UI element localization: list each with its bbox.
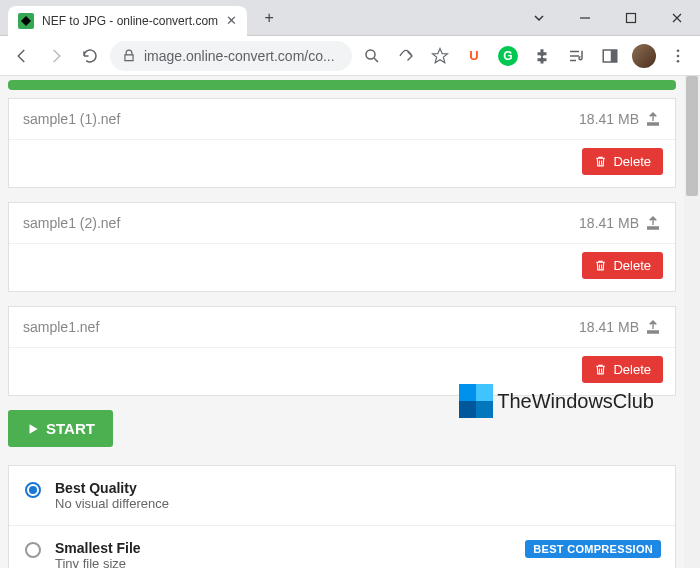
file-name: sample1 (2).nef	[23, 215, 120, 231]
scrollbar-thumb[interactable]	[686, 76, 698, 196]
delete-button[interactable]: Delete	[582, 356, 663, 383]
option-subtitle: Tiny file size	[55, 556, 141, 568]
file-size: 18.41 MB	[579, 215, 661, 231]
option-subtitle: No visual difference	[55, 496, 169, 511]
options-panel: Best Quality No visual difference Smalle…	[8, 465, 676, 568]
window-titlebar: NEF to JPG - online-convert.com ✕ +	[0, 0, 700, 36]
media-icon[interactable]	[562, 42, 590, 70]
file-size: 18.41 MB	[579, 111, 661, 127]
trash-icon	[594, 363, 607, 376]
url-text: image.online-convert.com/co...	[144, 48, 335, 64]
svg-rect-1	[627, 13, 636, 22]
close-tab-icon[interactable]: ✕	[226, 13, 237, 28]
svg-point-6	[677, 49, 680, 52]
extension-g-icon[interactable]: G	[494, 42, 522, 70]
svg-point-7	[677, 54, 680, 57]
window-controls	[516, 0, 700, 36]
file-size: 18.41 MB	[579, 319, 661, 335]
share-icon[interactable]	[392, 42, 420, 70]
option-best-quality[interactable]: Best Quality No visual difference	[9, 466, 675, 526]
svg-rect-5	[611, 50, 617, 62]
address-bar[interactable]: image.online-convert.com/co...	[110, 41, 352, 71]
start-button[interactable]: START	[8, 410, 113, 447]
delete-button[interactable]: Delete	[582, 148, 663, 175]
radio-icon[interactable]	[25, 542, 41, 558]
option-title: Best Quality	[55, 480, 169, 496]
svg-line-3	[374, 58, 378, 62]
option-smallest-file[interactable]: Smallest File Tiny file size BEST COMPRE…	[9, 526, 675, 568]
maximize-button[interactable]	[608, 0, 654, 36]
file-item: sample1.nef 18.41 MB Delete	[8, 306, 676, 396]
close-window-button[interactable]	[654, 0, 700, 36]
trash-icon	[594, 259, 607, 272]
play-icon	[26, 422, 40, 436]
upload-icon	[645, 319, 661, 335]
profile-avatar[interactable]	[630, 42, 658, 70]
lock-icon	[122, 49, 136, 63]
tab-favicon	[18, 13, 34, 29]
page-content: sample1 (1).nef 18.41 MB Delete sample1 …	[0, 76, 684, 568]
extensions-icon[interactable]	[528, 42, 556, 70]
reload-button[interactable]	[76, 42, 104, 70]
back-button[interactable]	[8, 42, 36, 70]
browser-toolbar: image.online-convert.com/co... U G	[0, 36, 700, 76]
new-tab-button[interactable]: +	[255, 4, 283, 32]
file-name: sample1 (1).nef	[23, 111, 120, 127]
upload-icon	[645, 215, 661, 231]
browser-tab[interactable]: NEF to JPG - online-convert.com ✕	[8, 6, 247, 36]
tab-title: NEF to JPG - online-convert.com	[42, 14, 218, 28]
file-item: sample1 (2).nef 18.41 MB Delete	[8, 202, 676, 292]
delete-button[interactable]: Delete	[582, 252, 663, 279]
radio-icon[interactable]	[25, 482, 41, 498]
file-item: sample1 (1).nef 18.41 MB Delete	[8, 98, 676, 188]
trash-icon	[594, 155, 607, 168]
sidepanel-icon[interactable]	[596, 42, 624, 70]
svg-point-2	[366, 50, 375, 59]
option-title: Smallest File	[55, 540, 141, 556]
upload-icon	[645, 111, 661, 127]
scrollbar[interactable]	[684, 76, 700, 568]
file-name: sample1.nef	[23, 319, 99, 335]
upload-bar[interactable]	[8, 80, 676, 90]
menu-icon[interactable]	[664, 42, 692, 70]
svg-point-8	[677, 59, 680, 62]
best-compression-badge: BEST COMPRESSION	[525, 540, 661, 558]
forward-button[interactable]	[42, 42, 70, 70]
chevron-down-icon[interactable]	[516, 0, 562, 36]
zoom-icon[interactable]	[358, 42, 386, 70]
minimize-button[interactable]	[562, 0, 608, 36]
bookmark-icon[interactable]	[426, 42, 454, 70]
extension-u-icon[interactable]: U	[460, 42, 488, 70]
